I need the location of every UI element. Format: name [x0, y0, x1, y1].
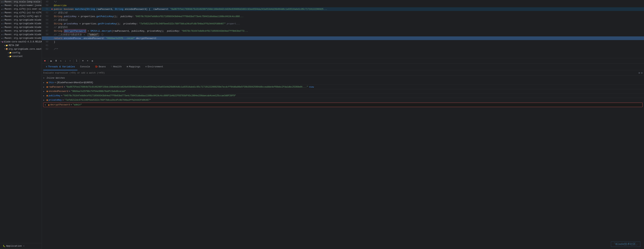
tree-item-maven-slf4j[interactable]: ▶ □ Maven: org.slf4j:slf4j-api:2.0.16	[0, 15, 42, 18]
tree-item-label: Maven: org.springblade:blade-core-auto:4…	[4, 19, 42, 21]
var-name: this	[48, 81, 54, 84]
tree-item-maven-blade-auto[interactable]: ▶ □ Maven: org.springblade:blade-core-au…	[0, 18, 42, 22]
line-marker: ●	[50, 8, 54, 11]
tree-item-maven-blade-launch[interactable]: ▶ □ Maven: org.springblade:blade-core-la…	[0, 33, 42, 36]
code-line-62: 62 /**	[42, 47, 322, 51]
threads-icon: ≡	[46, 66, 47, 68]
collapse-arrow: ▶	[2, 26, 2, 28]
collapse-arrow: ▶	[2, 16, 2, 18]
tree-item-label: Maven: org.slf4j:slf4j-api:2.0.16	[4, 15, 42, 18]
var-row-this[interactable]: ▶ ▣ this = {BladePasswordHandler@18059}	[42, 80, 322, 85]
tree-item-config[interactable]: ▶ 📁 config	[0, 51, 42, 55]
code-line-56: 56 // 解密密码	[42, 26, 322, 29]
tree-item-package[interactable]: ▼ 📦 org.springblade.core.oauth2	[0, 47, 42, 51]
var-name: encodedPassword	[48, 90, 68, 93]
tree-item-label: Maven: org.springblade:blade-core-contex…	[4, 26, 42, 29]
collapse-arrow: ▶	[4, 45, 5, 47]
resume-button[interactable]: ▶	[49, 59, 53, 63]
tree-item-maven-blade-db[interactable]: ▶ □ Maven: org.springblade:blade-core-db…	[0, 29, 42, 33]
tree-item-maven-blade-context[interactable]: ▶ □ Maven: org.springblade:blade-core-co…	[0, 26, 42, 29]
tree-item-maven-blade-oauth2[interactable]: ▶ □ Maven: org.springblade:blade-core-oa…	[0, 36, 42, 40]
tree-item-label: Maven: org.slf4j:jcl-over-slf4j:2.0.16	[4, 8, 42, 10]
var-equals: =	[62, 99, 64, 101]
tree-item-maven-blade-boot[interactable]: ▶ □ Maven: org.springblade:blade-core-bo…	[0, 22, 42, 26]
line-number: 56	[43, 26, 48, 29]
line-number: 59	[43, 37, 48, 40]
collapse-arrow: ▶	[2, 30, 2, 32]
step-out-button[interactable]: ↑	[68, 59, 72, 63]
code-text: // 解密密码	[54, 26, 68, 29]
tab-threads-variables[interactable]: ≡ Threads & Variables	[43, 64, 78, 70]
collapse-arrow: ▶	[2, 34, 2, 36]
code-line-55: 55 String privateKey = properties.getPri…	[42, 22, 322, 26]
var-name: publicKey	[48, 94, 60, 97]
stop-button[interactable]: ■	[43, 59, 47, 63]
tab-mappings[interactable]: ⊞ Mappings	[124, 64, 143, 70]
evaluate-button[interactable]: ≡	[81, 59, 85, 63]
code-text: String publicKey = properties.getPublicK…	[54, 15, 244, 18]
tree-item-maven-jul[interactable]: ▶ □ Maven: org.slf4j:jul-to-slf4j:2.0.16	[0, 11, 42, 15]
var-value: "8a9675fee176964b75c0146296f150dc168e6b0…	[66, 86, 308, 88]
tree-item-label: Maven: org.springblade:blade-core-launch…	[4, 33, 42, 36]
tree-item-label: Maven: org.skyscreamer:jsonassert:1.5.3	[4, 4, 42, 7]
code-editor: 49 */ 50 @Override 51 ● public boolean m…	[42, 0, 322, 58]
var-row-privatekey[interactable]: ▶ ▣ privateKey = "7afb8212dc675c348fbee5…	[42, 98, 322, 102]
collapse-arrow: ▶	[2, 37, 2, 39]
tab-label: Mappings	[129, 65, 140, 68]
field-icon: ▣	[46, 94, 48, 97]
collapse-arrow: ▶	[8, 52, 9, 54]
expand-arrow: ▶	[43, 99, 46, 101]
line-number: 54	[43, 19, 48, 21]
code-text: */	[54, 1, 57, 3]
field-icon: ▣	[46, 99, 48, 101]
tree-item-maven-scala[interactable]: ▶ □ Maven: org.scala-lang:scala-library:…	[0, 0, 42, 4]
var-row-decryptpassword[interactable]: ▶ ▣ decryptPassword = "admin"	[43, 103, 322, 107]
code-line-58: 58 // 二次加密后与数据库加 › "admin" ⓘ	[42, 33, 322, 36]
pause-button[interactable]: ⏸	[54, 59, 58, 63]
var-row-rawpassword[interactable]: ▶ ▣ rawPassword = "8a9675fee176964b75c01…	[42, 85, 322, 89]
tab-health[interactable]: ♡ Health	[108, 64, 124, 70]
line-number: 49	[43, 1, 48, 3]
settings-button[interactable]: ⚙	[90, 59, 94, 63]
collapse-arrow: ▶	[2, 12, 2, 14]
add-watch-button[interactable]: +	[86, 59, 90, 63]
collapse-arrow: ▼	[1, 41, 2, 43]
expand-arrow: ▶	[43, 90, 46, 92]
maven-icon: □	[3, 5, 4, 7]
var-row-publickey[interactable]: ▶ ▣ publicKey = "04570c761647e8d9cbf8171…	[42, 94, 322, 98]
tab-environment[interactable]: ⊙ Environment	[143, 64, 166, 70]
tab-console[interactable]: Console	[78, 64, 92, 70]
tab-label: Console	[80, 65, 90, 68]
inline-watches-header[interactable]: ▼ Inline Watches	[42, 76, 322, 80]
run-to-cursor-button[interactable]: ⤵	[74, 59, 78, 63]
tree-item-maven-jsonassert[interactable]: ▶ □ Maven: org.skyscreamer:jsonassert:1.…	[0, 4, 42, 7]
step-into-button[interactable]: ↓	[64, 59, 68, 63]
code-text: public boolean matches(String rawPasswor…	[54, 8, 322, 11]
line-number: 57	[43, 30, 48, 32]
line-number: 52	[43, 12, 48, 14]
tab-beans[interactable]: 🫘 Beans	[92, 64, 108, 70]
var-equals: =	[61, 94, 62, 97]
evaluate-input[interactable]	[43, 72, 322, 74]
tree-item-meta-inf[interactable]: ▶ 📁 META-INF	[0, 44, 42, 47]
code-text: /**	[54, 48, 58, 51]
code-line-53: 53 String publicKey = properties.getPubl…	[42, 15, 322, 18]
line-number: 50	[43, 4, 48, 7]
var-equals: =	[69, 90, 70, 93]
var-row-encodedpassword[interactable]: ▶ ▣ encodedPassword = "90b9aa7e25f80cf4f…	[42, 89, 322, 94]
code-line-57: 57 String decryptPassword = SM2Util.decr…	[42, 29, 322, 33]
tree-item-blade-jar[interactable]: ▼ ▣ blade-core-oauth2-4.3.0.RELEASE.jar …	[0, 40, 42, 44]
folder-icon: 📁	[9, 55, 12, 58]
tree-item-maven-jcl[interactable]: ▶ □ Maven: org.slf4j:jcl-over-slf4j:2.0.…	[0, 7, 42, 11]
tree-item-label: config	[12, 52, 20, 54]
mappings-icon: ⊞	[127, 65, 128, 68]
tree-item-constant[interactable]: ▶ 📁 constant	[0, 55, 42, 58]
line-number: 53	[43, 15, 48, 18]
tree-item-label: Maven: org.springblade:blade-core-db:4.3…	[4, 30, 42, 32]
jar-icon: ▣	[2, 41, 3, 43]
expand-arrow: ▶	[43, 95, 46, 97]
step-over-button[interactable]: ↷	[59, 59, 63, 63]
view-link[interactable]: View	[309, 86, 314, 88]
maven-icon: □	[3, 19, 4, 21]
code-line-59: 59 return encodedPassw encodedPassword: …	[42, 36, 322, 40]
